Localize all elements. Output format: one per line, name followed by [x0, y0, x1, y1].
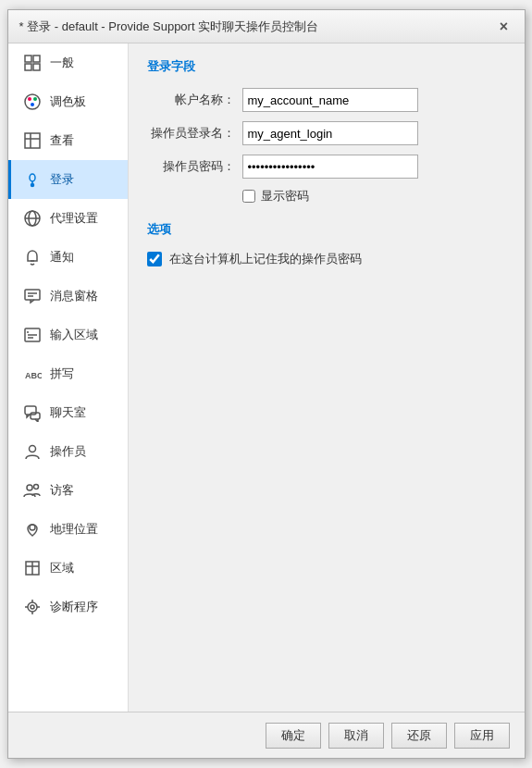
sidebar-item-label-chatroom: 聊天室 — [50, 404, 86, 421]
sidebar-item-chatroom[interactable]: 聊天室 — [8, 393, 128, 432]
remember-password-item: 在这台计算机上记住我的操作员密码 — [147, 251, 506, 267]
sidebar-item-label-diag: 诊断程序 — [50, 599, 98, 615]
options-title: 选项 — [147, 221, 506, 238]
apply-button[interactable]: 应用 — [454, 723, 510, 749]
show-password-checkbox[interactable] — [242, 190, 255, 203]
remember-password-checkbox[interactable] — [147, 252, 162, 266]
svg-rect-1 — [33, 56, 40, 62]
show-password-label: 显示密码 — [261, 188, 309, 204]
close-button[interactable]: × — [495, 18, 513, 36]
sidebar-item-label-inputarea: 输入区域 — [50, 327, 98, 343]
svg-rect-2 — [25, 64, 31, 70]
svg-point-11 — [30, 174, 35, 181]
svg-point-29 — [33, 485, 38, 489]
main-area: 一般调色板查看登录代理设置通知消息窗格输入区域ABC拼写聊天室操作员访客地理位置… — [8, 43, 525, 712]
chatroom-icon — [22, 403, 43, 423]
sidebar-item-label-msgwindow: 消息窗格 — [50, 288, 98, 304]
sidebar-item-operator[interactable]: 操作员 — [8, 432, 128, 471]
sidebar: 一般调色板查看登录代理设置通知消息窗格输入区域ABC拼写聊天室操作员访客地理位置… — [8, 43, 129, 712]
sidebar-item-diag[interactable]: 诊断程序 — [8, 588, 128, 626]
options-section: 选项 在这台计算机上记住我的操作员密码 — [147, 221, 506, 267]
sidebar-item-label-login: 登录 — [50, 171, 74, 188]
svg-point-13 — [31, 184, 33, 187]
msgwindow-icon — [22, 286, 43, 306]
agent-login-label: 操作员登录名： — [147, 125, 235, 142]
sidebar-item-label-general: 一般 — [50, 55, 74, 71]
svg-point-27 — [29, 446, 35, 452]
diag-icon — [22, 597, 43, 617]
login-icon — [22, 169, 43, 190]
general-icon — [22, 53, 43, 73]
dialog-window: * 登录 - default - Provide Support 实时聊天操作员… — [7, 9, 526, 759]
ok-button[interactable]: 确定 — [266, 723, 321, 749]
sidebar-item-label-view: 查看 — [50, 132, 74, 149]
operator-icon — [22, 441, 43, 462]
svg-point-4 — [25, 94, 40, 109]
sidebar-item-label-spell: 拼写 — [50, 365, 74, 382]
spell-icon: ABC — [22, 364, 43, 384]
svg-point-38 — [28, 602, 37, 612]
sidebar-item-spell[interactable]: ABC拼写 — [8, 354, 128, 393]
agent-login-group: 操作员登录名： — [147, 121, 506, 145]
sidebar-item-visitor[interactable]: 访客 — [8, 471, 128, 510]
svg-rect-0 — [25, 56, 31, 62]
svg-point-28 — [27, 485, 32, 490]
sidebar-item-label-operator: 操作员 — [50, 443, 86, 460]
sidebar-item-label-area: 区域 — [50, 560, 74, 576]
view-icon — [22, 130, 43, 151]
notify-icon — [22, 247, 43, 267]
sidebar-item-geo[interactable]: 地理位置 — [8, 510, 128, 549]
sidebar-item-msgwindow[interactable]: 消息窗格 — [8, 277, 128, 316]
visitor-icon — [22, 480, 43, 501]
account-name-group: 帐户名称： — [147, 88, 506, 112]
svg-point-7 — [31, 103, 34, 106]
svg-rect-8 — [25, 133, 40, 148]
agent-login-input[interactable] — [242, 121, 418, 145]
colorpalette-icon — [22, 92, 43, 112]
content-area: 登录字段 帐户名称： 操作员登录名： 操作员密码： 显示密码 选项 — [129, 43, 525, 712]
inputarea-icon — [22, 325, 43, 345]
sidebar-item-view[interactable]: 查看 — [8, 121, 128, 160]
sidebar-item-label-visitor: 访客 — [50, 482, 74, 499]
proxy-icon — [22, 208, 43, 229]
sidebar-item-label-colorpalette: 调色板 — [50, 93, 86, 110]
sidebar-item-notify[interactable]: 通知 — [8, 238, 128, 277]
agent-password-group: 操作员密码： — [147, 155, 506, 179]
svg-point-5 — [28, 97, 31, 101]
title-bar-text: * 登录 - default - Provide Support 实时聊天操作员… — [19, 19, 319, 35]
sidebar-item-proxy[interactable]: 代理设置 — [8, 199, 128, 238]
sidebar-item-label-notify: 通知 — [50, 249, 74, 266]
sidebar-item-label-proxy: 代理设置 — [50, 210, 98, 227]
account-name-input[interactable] — [242, 88, 418, 112]
show-password-group: 显示密码 — [242, 188, 506, 204]
svg-point-6 — [33, 97, 37, 101]
svg-rect-18 — [25, 290, 40, 300]
sidebar-item-label-geo: 地理位置 — [50, 521, 98, 538]
sidebar-item-colorpalette[interactable]: 调色板 — [8, 82, 128, 121]
sidebar-item-inputarea[interactable]: 输入区域 — [8, 316, 128, 354]
sidebar-item-area[interactable]: 区域 — [8, 549, 128, 588]
agent-password-input[interactable] — [242, 155, 418, 179]
remember-password-label: 在这台计算机上记住我的操作员密码 — [169, 251, 362, 267]
cancel-button[interactable]: 取消 — [328, 723, 384, 749]
login-fields-title: 登录字段 — [147, 58, 506, 75]
agent-password-label: 操作员密码： — [147, 158, 235, 175]
svg-text:ABC: ABC — [25, 371, 42, 380]
sidebar-item-general[interactable]: 一般 — [8, 43, 128, 82]
svg-rect-3 — [33, 64, 40, 70]
sidebar-item-login[interactable]: 登录 — [8, 160, 128, 199]
title-bar: * 登录 - default - Provide Support 实时聊天操作员… — [8, 10, 525, 43]
geo-icon — [22, 519, 43, 539]
svg-point-39 — [31, 605, 34, 609]
restore-button[interactable]: 还原 — [391, 723, 447, 749]
footer: 确定 取消 还原 应用 — [8, 712, 525, 758]
account-name-label: 帐户名称： — [147, 92, 235, 108]
area-icon — [22, 558, 43, 578]
